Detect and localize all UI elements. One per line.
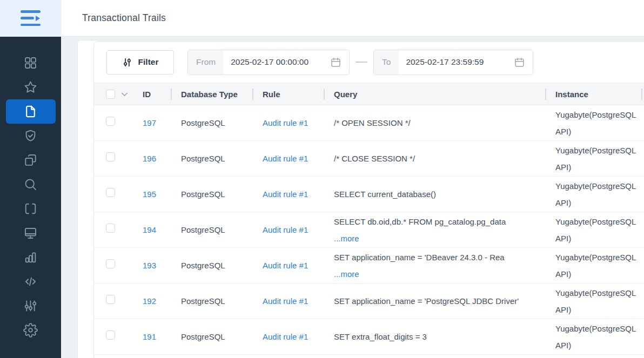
filter-button[interactable]: Filter [106, 50, 174, 75]
scan-icon [23, 201, 38, 216]
row-checkbox[interactable] [106, 188, 115, 197]
bar-chart-icon [23, 250, 38, 265]
table-header-row: ID Database Type Rule Query Instance [94, 83, 644, 105]
row-rule-link[interactable]: Audit rule #1 [263, 296, 308, 306]
sidebar-item-code[interactable] [6, 269, 56, 294]
row-rule-link[interactable]: Audit rule #1 [263, 225, 308, 234]
monitor-icon [23, 226, 38, 240]
trails-table: ID Database Type Rule Query Instance 197… [94, 83, 644, 355]
row-id-link[interactable]: 194 [143, 225, 156, 234]
code-icon [23, 274, 38, 289]
filter-bar: Filter From 2025-02-17 00:00:00 To 2025-… [94, 42, 644, 83]
row-query: /* OPEN SESSION */ [334, 114, 541, 131]
table-row: 192PostgreSQLAudit rule #1SET applicatio… [94, 283, 644, 319]
row-checkbox[interactable] [106, 295, 115, 304]
row-extra-cell [641, 141, 644, 177]
sidebar-item-gear[interactable] [6, 318, 56, 342]
table-row: 195PostgreSQLAudit rule #1SELECT current… [94, 177, 644, 212]
row-instance: Yugabyte(PostgreSQL API) [545, 212, 641, 248]
row-database-type: PostgreSQL [171, 319, 252, 355]
to-date-input[interactable]: To 2025-02-17 23:59:59 [373, 50, 533, 75]
row-query: SELECT current_database() [334, 186, 541, 202]
sidebar-item-bar-chart[interactable] [6, 245, 56, 269]
table-row: 194PostgreSQLAudit rule #1SELECT db.oid,… [94, 212, 644, 248]
sidebar-logo[interactable] [0, 0, 61, 37]
row-id-link[interactable]: 195 [143, 190, 156, 199]
row-database-type: PostgreSQL [171, 283, 252, 319]
from-date-input[interactable]: From 2025-02-17 00:00:00 [187, 50, 350, 75]
row-query: /* CLOSE SESSION */ [334, 150, 541, 167]
sidebar-item-grid[interactable] [6, 51, 56, 75]
row-rule-link[interactable]: Audit rule #1 [263, 190, 308, 199]
column-header-id: ID [134, 83, 171, 105]
row-id-link[interactable]: 196 [143, 154, 156, 163]
to-label: To [374, 50, 399, 75]
row-query: SET extra_float_digits = 3 [334, 328, 541, 345]
calendar-icon[interactable] [330, 57, 341, 68]
row-id-link[interactable]: 191 [143, 332, 156, 341]
page-title: Transactional Trails [82, 12, 166, 24]
column-header-database-type: Database Type [171, 83, 252, 105]
row-extra-cell [641, 105, 644, 141]
calendar-icon[interactable] [514, 57, 525, 68]
from-label: From [188, 50, 224, 75]
row-rule-link[interactable]: Audit rule #1 [263, 154, 308, 163]
row-id-link[interactable]: 192 [143, 296, 156, 306]
row-checkbox[interactable] [106, 224, 115, 233]
column-header-rule: Rule [252, 83, 324, 105]
to-value: 2025-02-17 23:59:59 [406, 57, 484, 67]
table-row: 196PostgreSQLAudit rule #1/* CLOSE SESSI… [94, 141, 644, 177]
sidebar-item-star[interactable] [6, 75, 56, 99]
grid-icon [23, 56, 38, 70]
sidebar-item-search[interactable] [6, 172, 56, 197]
sidebar-item-scan[interactable] [6, 197, 56, 221]
from-value: 2025-02-17 00:00:00 [231, 57, 308, 67]
shield-check-icon [23, 129, 38, 143]
gear-icon [23, 323, 38, 337]
sidebar [0, 37, 61, 358]
star-icon [23, 80, 38, 94]
menu-collapse-icon [21, 10, 41, 26]
row-id-link[interactable]: 197 [143, 118, 156, 127]
more-link[interactable]: ...more [334, 266, 541, 282]
row-database-type: PostgreSQL [171, 141, 252, 177]
row-checkbox[interactable] [106, 152, 115, 161]
table-row: 193PostgreSQLAudit rule #1SET applicatio… [94, 248, 644, 283]
date-range: From 2025-02-17 00:00:00 To 2025-02-17 2… [187, 50, 533, 75]
search-icon [23, 177, 38, 192]
sliders-icon [23, 299, 38, 313]
column-header-extra [641, 83, 644, 105]
sidebar-item-document[interactable] [6, 99, 56, 124]
row-rule-link[interactable]: Audit rule #1 [263, 261, 308, 270]
top-bar: Transactional Trails [0, 0, 644, 37]
sidebar-item-monitor[interactable] [6, 221, 56, 245]
row-query: SET application_name = 'PostgreSQL JDBC … [334, 293, 541, 309]
row-checkbox[interactable] [106, 117, 115, 126]
row-id-link[interactable]: 193 [143, 261, 156, 270]
filter-button-label: Filter [138, 57, 159, 67]
select-all-checkbox[interactable] [106, 90, 115, 99]
sidebar-item-shield-check[interactable] [6, 124, 56, 148]
row-rule-link[interactable]: Audit rule #1 [263, 118, 308, 127]
table-row: 197PostgreSQLAudit rule #1/* OPEN SESSIO… [94, 105, 644, 141]
trails-card: Filter From 2025-02-17 00:00:00 To 2025-… [93, 41, 644, 358]
row-rule-link[interactable]: Audit rule #1 [263, 332, 308, 341]
row-instance: Yugabyte(PostgreSQL API) [545, 248, 641, 283]
row-checkbox[interactable] [106, 259, 115, 268]
row-query: SELECT db.oid,db.* FROM pg_catalog.pg_da… [334, 213, 541, 230]
row-extra-cell [641, 248, 644, 283]
chevron-down-icon[interactable] [119, 89, 130, 99]
more-link[interactable]: ...more [334, 230, 541, 247]
copy-icon [23, 153, 38, 167]
row-database-type: PostgreSQL [171, 248, 252, 283]
row-instance: Yugabyte(PostgreSQL API) [545, 177, 641, 212]
sidebar-item-copy[interactable] [6, 148, 56, 172]
row-instance: Yugabyte(PostgreSQL API) [545, 319, 641, 355]
sliders-icon [122, 57, 132, 67]
document-icon [23, 104, 38, 119]
row-checkbox[interactable] [106, 330, 115, 340]
content-panel: Filter From 2025-02-17 00:00:00 To 2025-… [77, 40, 644, 358]
sidebar-item-sliders[interactable] [6, 294, 56, 318]
row-database-type: PostgreSQL [171, 105, 252, 141]
row-extra-cell [641, 283, 644, 319]
